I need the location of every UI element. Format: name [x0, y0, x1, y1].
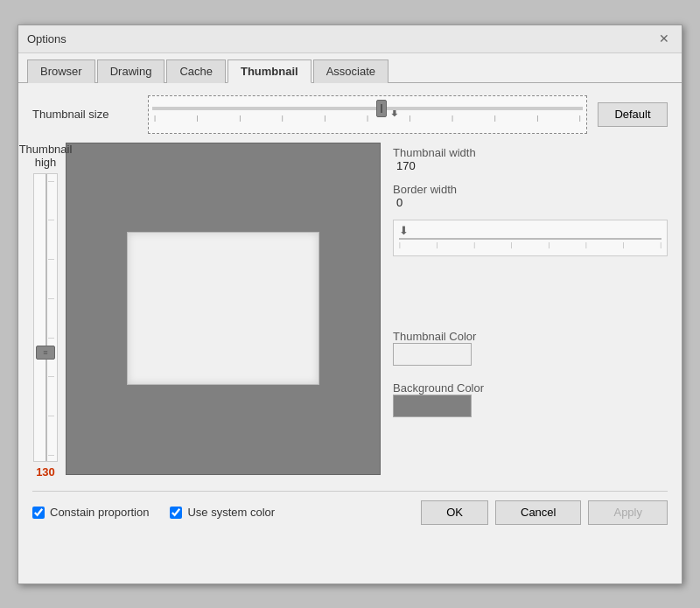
- v-slider-track: [46, 174, 47, 461]
- thumbnail-size-row: Thumbnail size ⬇ | | | | | | | |: [32, 95, 668, 134]
- tab-content: Thumbnail size ⬇ | | | | | | | |: [18, 83, 682, 535]
- tab-thumbnail[interactable]: Thumbnail: [228, 59, 312, 83]
- border-width-value: 0: [396, 196, 668, 209]
- main-area: Thumbnail high — — — — — — —: [32, 143, 668, 479]
- v-slider-container[interactable]: — — — — — — — — ≡: [33, 173, 58, 462]
- thumbnail-high-value: 130: [36, 465, 55, 479]
- background-color-section: Background Color: [393, 381, 668, 417]
- thumbnail-size-label: Thumbnail size: [32, 108, 137, 121]
- tick-marks: | | | | | | | | | | |: [152, 114, 583, 122]
- bottom-section: Constain proportion Use system color OK …: [32, 491, 668, 525]
- checkboxes: Constain proportion Use system color: [32, 506, 275, 519]
- constain-proportion-label[interactable]: Constain proportion: [32, 506, 149, 519]
- apply-button[interactable]: Apply: [588, 500, 668, 525]
- background-color-swatch[interactable]: [393, 395, 472, 417]
- border-width-section: Border width 0: [393, 183, 668, 213]
- tabs-bar: Browser Drawing Cache Thumbnail Associat…: [18, 53, 682, 83]
- tab-browser[interactable]: Browser: [27, 59, 95, 83]
- preview-inner: [127, 232, 319, 385]
- cancel-button[interactable]: Cancel: [495, 500, 581, 525]
- thumbnail-size-slider-container[interactable]: ⬇ | | | | | | | | | |: [148, 95, 587, 134]
- border-slider-ticks: | | | | | | | |: [399, 241, 662, 248]
- left-panel: Thumbnail high — — — — — — —: [32, 143, 381, 479]
- default-button[interactable]: Default: [598, 102, 668, 127]
- tab-drawing[interactable]: Drawing: [97, 59, 165, 83]
- h-slider-thumb[interactable]: [376, 100, 387, 117]
- tab-associate[interactable]: Associate: [313, 59, 388, 83]
- border-slider-track: [399, 238, 662, 240]
- title-bar: Options ✕: [18, 25, 682, 53]
- bottom-buttons: OK Cancel Apply: [421, 500, 668, 525]
- constain-proportion-checkbox[interactable]: [32, 507, 45, 519]
- window-title: Options: [27, 32, 66, 45]
- thumbnail-width-section: Thumbnail width 170: [393, 146, 668, 176]
- ok-button[interactable]: OK: [421, 500, 488, 525]
- options-dialog: Options ✕ Browser Drawing Cache Thumbnai…: [18, 24, 682, 584]
- thumbnail-color-section: Thumbnail Color: [393, 330, 668, 366]
- use-system-color-label[interactable]: Use system color: [170, 506, 275, 519]
- border-width-label: Border width: [393, 183, 668, 196]
- thumbnail-color-swatch[interactable]: [393, 343, 472, 366]
- background-color-label: Background Color: [393, 381, 668, 395]
- use-system-color-checkbox[interactable]: [170, 507, 182, 519]
- right-panel: Thumbnail width 170 Border width 0 ⬇ | |…: [393, 143, 668, 479]
- border-width-slider-container[interactable]: ⬇ | | | | | | | |: [393, 220, 668, 256]
- thumbnail-width-value: 170: [396, 159, 668, 172]
- thumbnail-color-label: Thumbnail Color: [393, 330, 668, 343]
- v-tick-marks: — — — — — — — —: [48, 174, 57, 461]
- border-slider-thumb-icon: ⬇: [399, 224, 409, 237]
- vertical-slider-area: Thumbnail high — — — — — — —: [32, 143, 59, 479]
- thumbnail-high-label: Thumbnail high: [19, 143, 73, 170]
- spacer: [393, 270, 668, 323]
- tab-cache[interactable]: Cache: [166, 59, 226, 83]
- preview-area: [66, 143, 381, 475]
- thumbnail-width-label: Thumbnail width: [393, 146, 668, 159]
- v-slider-thumb[interactable]: ≡: [36, 346, 55, 360]
- close-button[interactable]: ✕: [655, 30, 673, 47]
- h-slider-track: [152, 107, 583, 110]
